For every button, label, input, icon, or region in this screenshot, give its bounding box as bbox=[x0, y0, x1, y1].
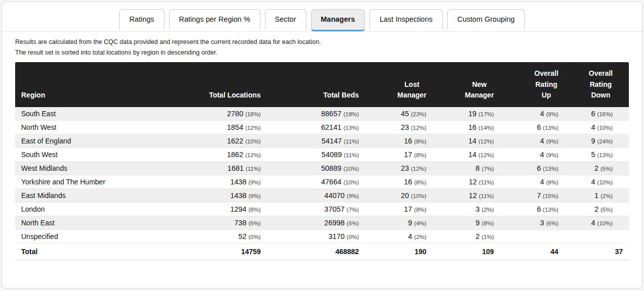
cell-percent: (9%) bbox=[546, 179, 558, 185]
table-row: West Midlands1681 (11%)50889 (10%)23 (12… bbox=[15, 162, 629, 175]
tab-custom-grouping[interactable]: Custom Grouping bbox=[447, 9, 525, 31]
cell-percent: (10%) bbox=[597, 220, 613, 226]
value-cell-overall-rating-down bbox=[564, 230, 629, 244]
total-value-overall-rating-down: 37 bbox=[564, 244, 629, 260]
note-line-1: Results are calculated from the CQC data… bbox=[15, 38, 629, 45]
cell-value: 1681 bbox=[228, 164, 244, 172]
cell-percent: (11%) bbox=[479, 193, 494, 199]
value-cell-lost-manager: 4 (2%) bbox=[365, 230, 433, 244]
report-card: RatingsRatings per Region %SectorManager… bbox=[2, 2, 642, 288]
cell-percent: (10%) bbox=[597, 179, 613, 185]
cell-value: 5 bbox=[591, 151, 595, 159]
cell-value: 4 bbox=[591, 123, 595, 131]
cell-value: 3 bbox=[540, 219, 544, 227]
column-header-label: Total Beds bbox=[324, 90, 359, 101]
cell-value: 44070 bbox=[325, 191, 345, 200]
value-cell-total-locations: 1294 (8%) bbox=[181, 203, 266, 216]
tab-ratings-per-region[interactable]: Ratings per Region % bbox=[169, 9, 260, 31]
table-row: Yorkshire and The Humber1438 (9%)47664 (… bbox=[15, 175, 629, 189]
value-cell-total-beds: 37057 (7%) bbox=[267, 203, 365, 216]
cell-value: 4 bbox=[591, 178, 595, 186]
cell-percent: (9%) bbox=[546, 152, 558, 158]
value-cell-total-locations: 1438 (9%) bbox=[181, 175, 266, 189]
cell-value: 52 bbox=[238, 232, 246, 240]
table-header: RegionTotal LocationsTotal BedsLost Mana… bbox=[15, 62, 629, 107]
value-cell-total-beds: 54089 (11%) bbox=[267, 148, 365, 162]
column-header-total-beds: Total Beds bbox=[267, 62, 365, 107]
cell-value: 16 bbox=[404, 178, 412, 186]
note-line-2: The result set is sorted into total loca… bbox=[15, 49, 629, 56]
cell-percent: (13%) bbox=[343, 125, 359, 131]
value-cell-overall-rating-up: 4 (9%) bbox=[500, 148, 565, 162]
cell-percent: (13%) bbox=[543, 125, 559, 131]
cell-value: 738 bbox=[234, 219, 246, 227]
region-cell: East of England bbox=[15, 134, 181, 148]
value-cell-total-beds: 3170 (0%) bbox=[267, 230, 365, 244]
tab-managers[interactable]: Managers bbox=[311, 9, 365, 31]
value-cell-overall-rating-up: 4 (9%) bbox=[500, 175, 565, 189]
value-cell-overall-rating-up: 6 (13%) bbox=[500, 162, 565, 175]
cell-percent: (5%) bbox=[248, 220, 260, 226]
cell-value: 4 bbox=[540, 178, 544, 186]
table-row: North West1854 (12%)62141 (13%)23 (12%)1… bbox=[15, 121, 629, 134]
cell-value: 23 bbox=[401, 123, 409, 131]
cell-percent: (12%) bbox=[411, 125, 426, 131]
cell-percent: (18%) bbox=[245, 111, 261, 117]
report-content: Results are calculated from the CQC data… bbox=[2, 32, 642, 260]
value-cell-overall-rating-down: 1 (2%) bbox=[564, 189, 629, 203]
cell-value: 9 bbox=[408, 219, 412, 227]
value-cell-lost-manager: 17 (8%) bbox=[365, 148, 433, 162]
cell-value: 88657 bbox=[321, 110, 341, 118]
cell-value: 14 bbox=[468, 151, 476, 159]
tab-last-inspections[interactable]: Last Inspections bbox=[369, 9, 443, 31]
region-cell: East Midlands bbox=[15, 189, 181, 203]
cell-percent: (9%) bbox=[347, 193, 359, 199]
cell-value: 6 bbox=[537, 205, 541, 213]
cell-percent: (12%) bbox=[478, 138, 494, 144]
cell-percent: (8%) bbox=[414, 138, 426, 144]
cell-percent: (15%) bbox=[543, 193, 559, 199]
cell-value: 14 bbox=[468, 137, 476, 145]
value-cell-lost-manager: 17 (8%) bbox=[365, 203, 433, 216]
cell-percent: (11%) bbox=[344, 152, 359, 158]
cell-percent: (9%) bbox=[546, 111, 558, 117]
cell-value: 16 bbox=[468, 123, 476, 131]
cell-value: 23 bbox=[401, 164, 409, 172]
value-cell-overall-rating-down: 4 (10%) bbox=[564, 216, 629, 230]
cell-percent: (11%) bbox=[344, 138, 359, 144]
cell-percent: (4%) bbox=[414, 220, 426, 226]
cell-percent: (1%) bbox=[481, 234, 494, 240]
cell-value: 2 bbox=[475, 232, 479, 240]
column-header-label: Overall Rating Up bbox=[534, 68, 558, 101]
value-cell-lost-manager: 9 (4%) bbox=[365, 216, 433, 230]
table-row: Unspecified52 (0%)3170 (0%)4 (2%)2 (1%) bbox=[15, 230, 629, 244]
value-cell-lost-manager: 23 (12%) bbox=[365, 121, 433, 134]
table-row: South West1862 (12%)54089 (11%)17 (8%)14… bbox=[15, 148, 629, 162]
value-cell-overall-rating-up bbox=[500, 230, 565, 244]
tab-sector[interactable]: Sector bbox=[265, 9, 306, 31]
cell-percent: (2%) bbox=[481, 207, 494, 213]
region-cell: West Midlands bbox=[15, 162, 181, 175]
cell-percent: (16%) bbox=[597, 111, 613, 117]
cell-value: 3 bbox=[475, 205, 479, 213]
cell-percent: (6%) bbox=[546, 220, 558, 226]
value-cell-lost-manager: 16 (8%) bbox=[365, 134, 433, 148]
cell-percent: (12%) bbox=[245, 125, 261, 131]
cell-percent: (13%) bbox=[597, 152, 613, 158]
cell-value: 4 bbox=[540, 110, 544, 118]
tab-ratings[interactable]: Ratings bbox=[119, 9, 164, 31]
value-cell-lost-manager: 16 (8%) bbox=[365, 175, 433, 189]
cell-value: 19 bbox=[468, 110, 476, 118]
cell-percent: (5%) bbox=[347, 220, 359, 226]
value-cell-total-locations: 1854 (12%) bbox=[181, 121, 266, 134]
value-cell-lost-manager: 20 (10%) bbox=[365, 189, 433, 203]
cell-value: 1438 bbox=[230, 178, 246, 186]
value-cell-total-beds: 88657 (18%) bbox=[267, 107, 365, 121]
table-total-row: Total147594688821901094437 bbox=[15, 244, 629, 260]
cell-percent: (8%) bbox=[481, 220, 494, 226]
cell-percent: (8%) bbox=[414, 207, 426, 213]
cell-percent: (2%) bbox=[414, 234, 426, 240]
value-cell-overall-rating-up: 7 (15%) bbox=[500, 189, 565, 203]
cell-value: 54089 bbox=[321, 151, 342, 159]
table-row: East Midlands1438 (9%)44070 (9%)20 (10%)… bbox=[15, 189, 629, 203]
